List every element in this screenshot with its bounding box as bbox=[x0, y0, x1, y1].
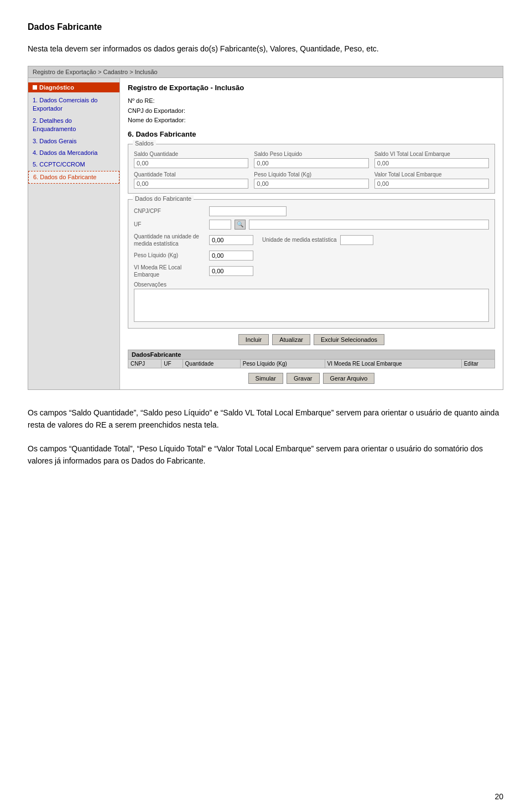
table-title: DadosFabricante bbox=[128, 350, 495, 359]
search-icon: 🔍 bbox=[237, 221, 243, 227]
observacoes-group: Observações bbox=[134, 282, 489, 324]
sidebar-item-dados-mercadoria[interactable]: 4. Dados da Mercadoria bbox=[28, 147, 119, 159]
form-title: Registro de Exportação - Inclusão bbox=[128, 84, 495, 92]
dados-fabricante-fieldset: Dados do Fabricante CNPJ/CPF UF 🔍 bbox=[128, 199, 495, 329]
nome-label: Nome do Exportador: bbox=[128, 116, 495, 126]
saldo-quantidade-label: Saldo Quantidade bbox=[134, 151, 248, 157]
observacoes-textarea[interactable] bbox=[134, 289, 489, 322]
excluir-button[interactable]: Excluir Selecionados bbox=[314, 334, 384, 345]
dados-fabricante-legend: Dados do Fabricante bbox=[133, 195, 194, 202]
body-text-1: Os campos “Saldo Quantidade”, “Saldo pes… bbox=[28, 407, 503, 431]
sidebar: Diagnóstico 1. Dados Comerciais do Expor… bbox=[28, 78, 119, 389]
valor-total-label: Valor Total Local Embarque bbox=[374, 171, 489, 178]
quantidade-total-group: Quantidade Total bbox=[134, 171, 248, 189]
sidebar-item-ccptc[interactable]: 5. CCPTC/CCROM bbox=[28, 159, 119, 170]
col-cnpj: CNPJ bbox=[128, 359, 162, 368]
saldo-peso-group: Saldo Peso Líquido bbox=[254, 151, 368, 168]
action-buttons: Incluir Atualizar Excluir Selecionados bbox=[128, 334, 495, 345]
sidebar-item-dados-comerciais[interactable]: 1. Dados Comerciais do Exportador bbox=[28, 95, 119, 115]
uf-input[interactable] bbox=[209, 220, 231, 230]
vl-moeda-row: VI Moeda RE Local Embarque bbox=[134, 264, 489, 278]
simular-button[interactable]: Simular bbox=[248, 373, 283, 384]
valor-total-group: Valor Total Local Embarque bbox=[374, 171, 489, 189]
bottom-buttons: Simular Gravar Gerar Arquivo bbox=[128, 373, 495, 384]
sidebar-section-diagnostico: Diagnóstico bbox=[28, 82, 119, 92]
sidebar-item-dados-fabricante[interactable]: 6. Dados do Fabricante bbox=[28, 171, 119, 184]
saldos-grid: Saldo Quantidade Saldo Peso Líquido Sald… bbox=[134, 151, 489, 189]
re-info: Nº do RE: CNPJ do Exportador: Nome do Ex… bbox=[128, 96, 495, 126]
col-vi: VI Moeda RE Local Embarque bbox=[325, 359, 461, 368]
cnpj-label: CNPJ do Exportador: bbox=[128, 106, 495, 116]
page-number: 20 bbox=[494, 792, 503, 801]
uf-label: UF bbox=[134, 221, 206, 228]
dados-fabricante-grid: CNPJ/CPF UF 🔍 Quantidade na bbox=[134, 206, 489, 324]
uf-row: UF 🔍 bbox=[134, 220, 489, 230]
dados-fabricante-table: CNPJ UF Quantidade Peso Líquido (Kg) VI … bbox=[128, 359, 495, 368]
col-editar: Editar bbox=[461, 359, 494, 368]
vl-moeda-label: VI Moeda RE Local Embarque bbox=[134, 264, 206, 278]
peso-total-group: Peso Líquido Total (Kg) bbox=[254, 171, 368, 189]
screenshot-container: Registro de Exportação > Cadastro > Incl… bbox=[28, 66, 503, 390]
cnpj-cpf-label: CNPJ/CPF bbox=[134, 207, 206, 215]
col-quantidade: Quantidade bbox=[183, 359, 240, 368]
quantidade-label: Quantidade na unidade de medida estatíst… bbox=[134, 233, 206, 247]
quantidade-total-label: Quantidade Total bbox=[134, 171, 248, 178]
saldo-peso-input[interactable] bbox=[254, 158, 368, 168]
diagnostico-icon bbox=[33, 85, 37, 90]
quantidade-row: Quantidade na unidade de medida estatíst… bbox=[134, 233, 489, 247]
medida-estatistica-input[interactable] bbox=[340, 235, 373, 245]
body-text-2: Os campos “Quantidade Total”, “Peso Líqu… bbox=[28, 443, 503, 467]
sidebar-item-dados-gerais[interactable]: 3. Dados Gerais bbox=[28, 136, 119, 147]
peso-total-input[interactable] bbox=[254, 179, 368, 189]
cnpj-cpf-row: CNPJ/CPF bbox=[134, 206, 489, 216]
re-label: Nº do RE: bbox=[128, 96, 495, 106]
cnpj-cpf-input[interactable] bbox=[209, 206, 287, 216]
valor-total-input[interactable] bbox=[374, 179, 489, 189]
saldo-vi-input[interactable] bbox=[374, 158, 489, 168]
uf-text-input[interactable] bbox=[249, 220, 489, 230]
peso-input[interactable] bbox=[209, 251, 253, 261]
saldo-peso-label: Saldo Peso Líquido bbox=[254, 151, 368, 157]
page-title: Dados Fabricante bbox=[28, 22, 503, 32]
saldo-vi-group: Saldo VI Total Local Embarque bbox=[374, 151, 489, 168]
col-peso: Peso Líquido (Kg) bbox=[240, 359, 325, 368]
peso-row: Peso Líquido (Kg) bbox=[134, 251, 489, 261]
sidebar-item-detalhes[interactable]: 2. Detalhes do Enquadramento bbox=[28, 115, 119, 136]
gravar-button[interactable]: Gravar bbox=[287, 373, 320, 384]
sidebar-section-label: Diagnóstico bbox=[39, 84, 74, 91]
saldos-legend: Saldos bbox=[133, 140, 156, 147]
main-content: Registro de Exportação - Inclusão Nº do … bbox=[119, 78, 503, 389]
saldos-fieldset: Saldos Saldo Quantidade Saldo Peso Líqui… bbox=[128, 144, 495, 194]
atualizar-button[interactable]: Atualizar bbox=[272, 334, 310, 345]
saldo-quantidade-input[interactable] bbox=[134, 158, 248, 168]
vl-moeda-input[interactable] bbox=[209, 266, 253, 276]
peso-label: Peso Líquido (Kg) bbox=[134, 252, 206, 259]
section-heading: 6. Dados Fabricante bbox=[128, 130, 495, 138]
dados-fabricante-table-section: DadosFabricante CNPJ UF Quantidade Peso … bbox=[128, 350, 495, 368]
gerar-button[interactable]: Gerar Arquivo bbox=[323, 373, 375, 384]
breadcrumb: Registro de Exportação > Cadastro > Incl… bbox=[28, 66, 503, 78]
medida-estatistica-label: Unidade de medida estatística bbox=[262, 237, 337, 243]
saldo-quantidade-group: Saldo Quantidade bbox=[134, 151, 248, 168]
peso-total-label: Peso Líquido Total (Kg) bbox=[254, 171, 368, 178]
intro-text: Nesta tela devem ser informados os dados… bbox=[28, 43, 503, 55]
incluir-button[interactable]: Incluir bbox=[238, 334, 269, 345]
col-uf: UF bbox=[162, 359, 183, 368]
saldo-vi-label: Saldo VI Total Local Embarque bbox=[374, 151, 489, 157]
observacoes-label: Observações bbox=[134, 282, 489, 288]
uf-search-button[interactable]: 🔍 bbox=[235, 220, 246, 230]
quantidade-input[interactable] bbox=[209, 235, 253, 245]
quantidade-total-input[interactable] bbox=[134, 179, 248, 189]
